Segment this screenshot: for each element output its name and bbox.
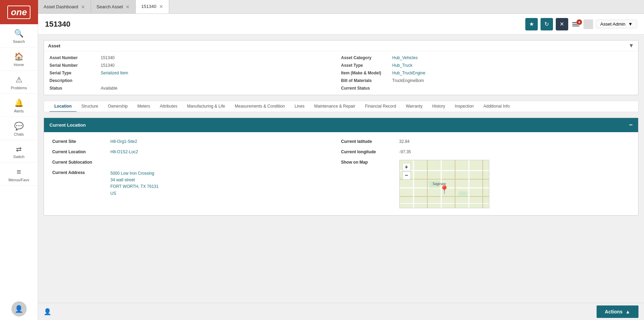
status-label: Status bbox=[49, 86, 98, 91]
close-record-button[interactable]: ✕ bbox=[556, 18, 568, 30]
warning-icon: ⚠ bbox=[16, 75, 22, 84]
svg-rect-13 bbox=[459, 191, 467, 196]
asset-number-row: Asset Number 151340 bbox=[49, 55, 341, 60]
sidebar-label-alerts: Alerts bbox=[14, 109, 24, 113]
action-bar: 👤 Actions ▲ bbox=[38, 303, 644, 320]
current-site-label: Current Site bbox=[52, 139, 108, 144]
tab-maintenance[interactable]: Maintenance & Repair bbox=[309, 101, 360, 112]
current-site-value[interactable]: H8-Org1-Site2 bbox=[110, 139, 137, 144]
header-bar: 151340 ★ ↻ ✕ ★ Asset Admin ▼ bbox=[38, 14, 644, 35]
tab-measurements[interactable]: Measurements & Condition bbox=[230, 101, 290, 112]
asset-type-label: Asset Type bbox=[341, 63, 390, 68]
bom-value: TruckEngineBom bbox=[392, 78, 424, 83]
location-section-title: Current Location bbox=[49, 122, 86, 128]
bottom-user-icon: 👤 bbox=[44, 308, 51, 316]
tab-asset-dashboard-label: Asset Dashboard bbox=[44, 4, 78, 9]
asset-fields-right: Asset Category Hub_Vehicles Asset Type H… bbox=[341, 55, 633, 91]
tab-history[interactable]: History bbox=[427, 101, 450, 112]
actions-button[interactable]: Actions ▲ bbox=[597, 305, 638, 318]
tab-manufacturing[interactable]: Manufacturing & Life bbox=[182, 101, 230, 112]
map-pin: 📍 bbox=[439, 185, 450, 195]
app-logo[interactable]: one bbox=[0, 0, 38, 24]
map-svg: Saginaw bbox=[400, 160, 489, 208]
page-title: 151340 bbox=[45, 20, 520, 29]
tab-151340[interactable]: 151340 ✕ bbox=[136, 0, 169, 13]
current-longitude-value: -97.35 bbox=[399, 149, 411, 154]
serial-number-row: Serial Number 151340 bbox=[49, 63, 341, 68]
menu-button[interactable]: ★ bbox=[571, 21, 581, 28]
menu-icon: ≡ bbox=[17, 167, 21, 176]
location-panel: Current Location − Current Site H8-Org1-… bbox=[44, 118, 638, 216]
current-sublocation-label: Current Sublocation bbox=[52, 160, 108, 165]
asset-card-header: Asset ▼ bbox=[44, 40, 638, 51]
asset-category-value[interactable]: Hub_Vehicles bbox=[392, 55, 418, 60]
favorite-button[interactable]: ★ bbox=[525, 18, 538, 30]
bom-label: Bill of Materials bbox=[341, 78, 390, 83]
sidebar-item-chats[interactable]: 💬 Chats bbox=[0, 117, 38, 140]
tab-attributes[interactable]: Attributes bbox=[155, 101, 182, 112]
serial-type-value[interactable]: Serialized Item bbox=[101, 71, 128, 75]
asset-collapse-button[interactable]: ▼ bbox=[628, 43, 634, 49]
asset-type-value[interactable]: Hub_Truck bbox=[392, 63, 412, 68]
current-sublocation-row: Current Sublocation bbox=[52, 160, 341, 165]
current-longitude-row: Current longitude -97.35 bbox=[341, 149, 630, 154]
tab-close-asset-dashboard[interactable]: ✕ bbox=[81, 4, 85, 9]
tab-inspection[interactable]: Inspection bbox=[450, 101, 479, 112]
tab-location[interactable]: Location bbox=[49, 101, 76, 112]
location-collapse-button[interactable]: − bbox=[629, 121, 633, 129]
tab-lines[interactable]: Lines bbox=[290, 101, 309, 112]
sidebar-label-search: Search bbox=[13, 39, 25, 44]
location-panel-body: Current Site H8-Org1-Site2 Current Locat… bbox=[44, 132, 638, 215]
current-longitude-label: Current longitude bbox=[341, 149, 397, 154]
bom-row: Bill of Materials TruckEngineBom bbox=[341, 78, 633, 83]
tab-close-search-asset[interactable]: ✕ bbox=[126, 4, 130, 9]
current-latitude-row: Current latitude 32.84 bbox=[341, 139, 630, 144]
tab-bar: Asset Dashboard ✕ Search Asset ✕ 151340 … bbox=[38, 0, 644, 14]
asset-number-label: Asset Number bbox=[49, 55, 98, 60]
sidebar-item-switch[interactable]: ⇄ Switch bbox=[0, 140, 38, 163]
status-row: Status Available bbox=[49, 86, 341, 91]
description-label: Description bbox=[49, 78, 98, 83]
tab-financial[interactable]: Financial Record bbox=[360, 101, 401, 112]
show-on-map-row: Show on Map bbox=[341, 160, 630, 208]
sidebar-item-menus[interactable]: ≡ Menus/Favs bbox=[0, 163, 38, 186]
tab-151340-label: 151340 bbox=[141, 4, 156, 9]
tab-close-151340[interactable]: ✕ bbox=[159, 4, 163, 9]
sidebar-label-switch: Switch bbox=[13, 155, 24, 159]
map-container[interactable]: Saginaw + − 📍 bbox=[399, 160, 489, 208]
user-dropdown[interactable]: Asset Admin ▼ bbox=[596, 20, 637, 28]
logo-text: one bbox=[7, 6, 30, 19]
sidebar-label-chats: Chats bbox=[14, 132, 24, 136]
user-avatar-header bbox=[583, 19, 593, 29]
tab-meters[interactable]: Meters bbox=[133, 101, 155, 112]
detail-tab-nav: Location Structure Ownership Meters Attr… bbox=[44, 101, 638, 112]
refresh-button[interactable]: ↻ bbox=[541, 18, 553, 30]
sidebar-item-alerts[interactable]: 🔔 Alerts bbox=[0, 94, 38, 117]
tab-search-asset[interactable]: Search Asset ✕ bbox=[91, 0, 136, 13]
sidebar-label-menus: Menus/Favs bbox=[9, 178, 29, 182]
user-avatar[interactable]: 👤 bbox=[11, 301, 27, 317]
tab-asset-dashboard[interactable]: Asset Dashboard ✕ bbox=[38, 0, 91, 13]
map-zoom-out-button[interactable]: − bbox=[402, 171, 411, 180]
serial-number-value: 151340 bbox=[101, 63, 115, 68]
chat-icon: 💬 bbox=[14, 122, 24, 131]
map-zoom-in-button[interactable]: + bbox=[402, 163, 411, 171]
home-icon: 🏠 bbox=[14, 52, 24, 61]
switch-icon: ⇄ bbox=[16, 145, 22, 153]
sidebar-item-home[interactable]: 🏠 Home bbox=[0, 47, 38, 71]
tab-ownership[interactable]: Ownership bbox=[103, 101, 133, 112]
location-right: Current latitude 32.84 Current longitude… bbox=[341, 139, 630, 208]
sidebar-item-search[interactable]: 🔍 Search bbox=[0, 24, 38, 47]
serial-type-row: Serial Type Serialized Item bbox=[49, 71, 341, 75]
current-location-value[interactable]: H8-O1S2-Loc2 bbox=[110, 149, 138, 154]
tab-structure[interactable]: Structure bbox=[76, 101, 103, 112]
notification-badge: ★ bbox=[577, 19, 582, 25]
sidebar-item-problems[interactable]: ⚠ Problems bbox=[0, 71, 38, 94]
bell-icon: 🔔 bbox=[14, 99, 24, 108]
tab-additional[interactable]: Additional Info bbox=[479, 101, 515, 112]
current-latitude-label: Current latitude bbox=[341, 139, 397, 144]
tab-warranty[interactable]: Warranty bbox=[401, 101, 427, 112]
main-content: Asset Dashboard ✕ Search Asset ✕ 151340 … bbox=[38, 0, 644, 320]
asset-category-label: Asset Category bbox=[341, 55, 390, 60]
item-model-value[interactable]: Hub_TruckEngine bbox=[392, 71, 426, 75]
